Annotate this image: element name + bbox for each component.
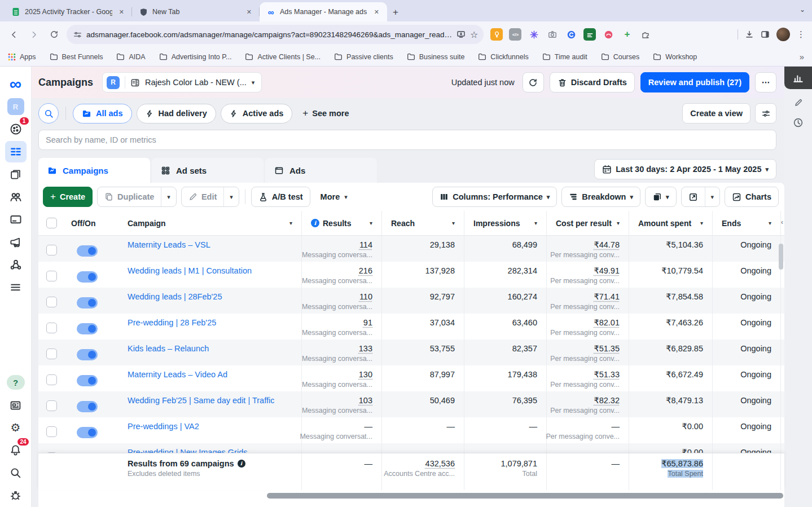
rail-account-r-icon[interactable]: R — [5, 96, 27, 117]
edit-button[interactable]: Edit — [182, 187, 223, 206]
campaign-link[interactable]: Wedding leads | M1 | Consultation — [128, 266, 252, 275]
more-options-button[interactable]: ⋯ — [755, 72, 776, 92]
browser-tab[interactable]: New Tab ✕ — [132, 2, 260, 21]
bookmark-item[interactable]: Workshop — [653, 52, 697, 61]
rail-search-icon[interactable] — [5, 462, 27, 483]
campaign-link[interactable]: Maternity Leads – VSL — [128, 240, 210, 249]
rail-pages-icon[interactable] — [5, 164, 27, 185]
create-button[interactable]: +Create — [43, 187, 93, 207]
extension-plus-green-icon[interactable]: + — [621, 28, 633, 41]
ab-test-button[interactable]: A/B test — [251, 187, 310, 207]
col-results[interactable]: iResults▾ — [301, 211, 381, 235]
extension-bulksend-icon[interactable] — [583, 28, 596, 41]
account-selector[interactable]: R Rajesh Color Lab - NEW (... ▾ — [102, 72, 262, 92]
browser-menu-icon[interactable]: ⋮ — [797, 29, 805, 39]
bookmark-item[interactable]: Time audit — [542, 52, 587, 61]
campaign-link[interactable]: Kids leads – Relaunch — [128, 344, 209, 353]
campaign-toggle[interactable] — [77, 401, 98, 412]
campaign-link[interactable]: Maternity Leads – Video Ad — [128, 370, 227, 379]
tab-campaigns[interactable]: Campaigns — [38, 158, 150, 183]
extension-circle-swirl-icon[interactable] — [602, 28, 615, 41]
tab-ad-sets[interactable]: Ad sets — [152, 158, 264, 183]
export-menu-button[interactable]: ▾ — [705, 187, 720, 206]
rail-card-icon[interactable] — [5, 209, 27, 230]
tab-close-icon[interactable]: ✕ — [117, 7, 126, 17]
vertical-scrollbar[interactable] — [779, 244, 783, 270]
discard-drafts-button[interactable]: Discard Drafts — [550, 72, 635, 92]
rail-campaigns-icon[interactable] — [5, 141, 27, 162]
rail-megaphone-icon[interactable] — [5, 231, 27, 253]
filter-chip[interactable]: Had delivery — [137, 104, 216, 124]
edit-pencil-icon[interactable] — [794, 98, 803, 107]
select-all-checkbox[interactable] — [46, 218, 57, 228]
campaign-toggle[interactable] — [77, 245, 98, 257]
campaign-toggle[interactable] — [77, 323, 98, 334]
campaign-link[interactable]: Pre-wedding | New Images Grids — [128, 448, 248, 453]
campaign-link[interactable]: Wedding leads | 28Feb'25 — [128, 292, 222, 301]
col-amount-spent[interactable]: Amount spent▾ — [629, 211, 712, 235]
row-checkbox[interactable] — [46, 323, 57, 333]
refresh-button[interactable] — [523, 72, 544, 92]
bookmark-item[interactable]: Apps — [8, 53, 36, 61]
rail-meta-logo-icon[interactable]: ∞ — [5, 73, 27, 95]
campaign-toggle[interactable] — [77, 375, 98, 386]
bookmark-item[interactable]: Business suite — [407, 52, 465, 61]
bookmark-star-icon[interactable]: ☆ — [470, 29, 478, 40]
col-offon[interactable]: Off/On — [64, 211, 118, 235]
row-checkbox[interactable] — [46, 271, 57, 281]
col-reach[interactable]: Reach▾ — [381, 211, 464, 235]
bookmark-item[interactable]: Clickfunnels — [478, 52, 528, 61]
rail-bell-icon[interactable]: 24 — [5, 439, 27, 461]
forward-icon[interactable] — [26, 27, 42, 42]
row-checkbox[interactable] — [46, 400, 57, 411]
extension-lightbulb-icon[interactable] — [490, 28, 503, 41]
side-panel-icon[interactable] — [761, 30, 770, 39]
row-checkbox[interactable] — [46, 426, 57, 437]
campaign-link[interactable]: Pre-weddings | VA2 — [128, 422, 199, 431]
campaign-toggle[interactable] — [77, 271, 98, 283]
export-button[interactable] — [682, 187, 705, 206]
extension-circle-c-icon[interactable] — [565, 28, 577, 41]
reload-icon[interactable] — [46, 27, 62, 42]
bookmark-item[interactable]: AIDA — [116, 52, 145, 61]
rail-org-icon[interactable] — [5, 254, 27, 275]
rail-bug-icon[interactable] — [5, 484, 27, 506]
browser-tab[interactable]: ∞ Ads Manager - Manage ads - ✕ — [260, 2, 387, 21]
scrollbar-thumb[interactable] — [267, 493, 783, 499]
new-tab-button[interactable]: + — [393, 7, 398, 18]
filter-chip[interactable]: Active ads — [221, 104, 293, 124]
rail-people-icon[interactable] — [5, 186, 27, 208]
install-app-icon[interactable] — [457, 30, 466, 39]
date-range-button[interactable]: Last 30 days: 2 Apr 2025 - 1 May 2025 ▾ — [594, 159, 776, 179]
back-icon[interactable] — [6, 27, 21, 42]
row-checkbox[interactable] — [46, 374, 57, 385]
col-impressions[interactable]: Impressions▾ — [464, 211, 546, 235]
search-input[interactable] — [46, 135, 769, 144]
bookmark-item[interactable]: Active Clients | Se... — [245, 52, 321, 61]
site-info-icon[interactable] — [73, 30, 82, 39]
campaign-link[interactable]: Wedding Feb'25 | Same day edit | Traffic — [128, 396, 274, 405]
rail-cookie-icon[interactable]: 1 — [5, 118, 27, 140]
filter-search-button[interactable] — [38, 103, 59, 124]
tab-close-icon[interactable]: ✕ — [372, 7, 381, 17]
horizontal-scrollbar[interactable] — [38, 491, 784, 500]
row-checkbox[interactable] — [46, 245, 57, 255]
bookmark-item[interactable]: Best Funnels — [50, 52, 103, 61]
extension-burst-icon[interactable] — [528, 28, 540, 41]
col-campaign[interactable]: Campaign▾ — [118, 211, 301, 235]
rail-menu-icon[interactable] — [5, 276, 27, 298]
edit-menu-button[interactable]: ▾ — [223, 187, 239, 206]
campaign-toggle[interactable] — [77, 427, 98, 438]
tab-close-icon[interactable]: ✕ — [244, 7, 254, 17]
rail-gear-icon[interactable]: ⚙ — [5, 417, 27, 438]
campaign-link[interactable]: Pre-wedding | 28 Feb'25 — [128, 318, 216, 327]
reports-button[interactable]: ▾ — [645, 187, 677, 207]
filter-chip[interactable]: All ads — [73, 104, 132, 124]
extension-puzzle-icon[interactable] — [639, 28, 652, 41]
review-publish-button[interactable]: Review and publish (27) — [640, 72, 749, 92]
duplicate-menu-button[interactable]: ▾ — [161, 187, 176, 206]
campaign-toggle[interactable] — [77, 349, 98, 360]
pin-columns-icon[interactable]: ‹ — [781, 218, 783, 226]
columns-button[interactable]: Columns: Performance▾ — [432, 187, 557, 207]
campaign-toggle[interactable] — [77, 297, 98, 308]
